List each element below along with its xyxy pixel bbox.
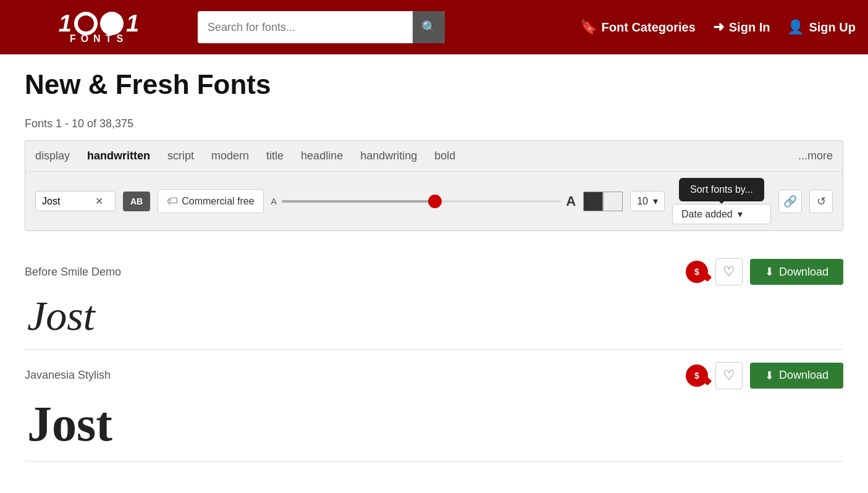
- download-label: Download: [779, 266, 828, 279]
- count-value: 10: [637, 196, 648, 207]
- filter-bar: display handwritten script modern title …: [25, 140, 843, 231]
- tab-headline[interactable]: headline: [301, 147, 343, 165]
- color-swatches: [583, 192, 623, 211]
- fonts-count: Fonts 1 - 10 of 38,375: [25, 117, 843, 130]
- sort-value: Date added: [681, 209, 733, 220]
- nav-items: 🔖 Font Categories ➜ Sign In 👤 Sign Up: [580, 19, 856, 35]
- size-range-input[interactable]: [282, 200, 561, 203]
- font-categories-label: Font Categories: [602, 20, 696, 35]
- tab-more[interactable]: ...more: [798, 147, 833, 165]
- sort-tooltip: Sort fonts by...: [679, 178, 764, 201]
- download-label: Download: [779, 369, 828, 382]
- search-bar: 🔍: [198, 11, 445, 43]
- price-icon: $: [694, 371, 699, 381]
- price-tag: $: [686, 261, 708, 283]
- sign-in-link[interactable]: ➜ Sign In: [713, 19, 770, 35]
- commercial-free-label: Commercial free: [182, 196, 254, 207]
- font-item: Before Smile Demo $ ♡ ⬇ Download Jost: [25, 246, 843, 350]
- font-list: Before Smile Demo $ ♡ ⬇ Download Jost: [25, 246, 843, 461]
- tab-bold[interactable]: bold: [434, 147, 455, 165]
- cf-icon: 🏷: [167, 195, 178, 208]
- slider-a-large: A: [566, 193, 576, 209]
- count-chevron-icon: ▾: [653, 195, 658, 207]
- reset-icon: ↺: [817, 195, 826, 208]
- tab-modern[interactable]: modern: [211, 147, 249, 165]
- preview-text: Jost: [27, 397, 112, 451]
- font-actions: $ ♡ ⬇ Download: [686, 258, 843, 285]
- sign-in-label: Sign In: [729, 20, 770, 35]
- heart-icon: ♡: [723, 368, 735, 384]
- font-name: Before Smile Demo: [25, 266, 121, 279]
- logo-bottom: FONTS: [70, 33, 128, 44]
- commercial-free-button[interactable]: 🏷 Commercial free: [158, 189, 263, 213]
- sort-dropdown[interactable]: Date added ▾: [672, 204, 771, 224]
- logo[interactable]: 1 1 FONTS: [12, 0, 185, 54]
- light-swatch[interactable]: [603, 192, 623, 211]
- link-button[interactable]: 🔗: [778, 190, 802, 213]
- font-categories-link[interactable]: 🔖 Font Categories: [580, 19, 696, 35]
- count-select[interactable]: 10 ▾: [630, 191, 665, 211]
- download-button[interactable]: ⬇ Download: [750, 363, 843, 389]
- logo-o2: [100, 12, 124, 35]
- tab-display[interactable]: display: [35, 147, 70, 165]
- link-icon: 🔗: [783, 195, 797, 208]
- download-icon: ⬇: [765, 369, 774, 382]
- sign-up-label: Sign Up: [809, 20, 856, 35]
- main-content: New & Fresh Fonts Fonts 1 - 10 of 38,375…: [0, 54, 868, 476]
- filter-controls: ✕ AB 🏷 Commercial free A A 10: [25, 172, 843, 230]
- font-item: Javanesia Stylish $ ♡ ⬇ Download Jost: [25, 350, 843, 461]
- download-icon: ⬇: [765, 265, 774, 279]
- price-icon: $: [694, 267, 699, 277]
- favorite-button[interactable]: ♡: [715, 258, 743, 285]
- preview-text: Jost: [27, 292, 95, 339]
- tab-title[interactable]: title: [266, 147, 284, 165]
- text-filter: ✕: [35, 191, 116, 211]
- download-button[interactable]: ⬇ Download: [750, 259, 843, 285]
- tab-handwriting[interactable]: handwriting: [360, 147, 417, 165]
- sign-up-link[interactable]: 👤 Sign Up: [787, 19, 856, 35]
- reset-button[interactable]: ↺: [809, 190, 833, 213]
- slider-a-small: A: [271, 196, 277, 206]
- search-input[interactable]: [198, 21, 413, 34]
- font-actions: $ ♡ ⬇ Download: [686, 362, 843, 389]
- dark-swatch[interactable]: [583, 192, 603, 211]
- sort-chevron-icon: ▾: [738, 208, 743, 220]
- sort-area: Sort fonts by... Date added ▾: [672, 178, 771, 224]
- heart-icon: ♡: [723, 264, 735, 280]
- search-button[interactable]: 🔍: [413, 11, 445, 43]
- font-preview: Jost: [25, 293, 843, 339]
- font-item-header: Before Smile Demo $ ♡ ⬇ Download: [25, 258, 843, 285]
- signup-icon: 👤: [787, 19, 804, 35]
- search-icon: 🔍: [421, 20, 437, 35]
- page-title: New & Fresh Fonts: [25, 69, 843, 100]
- font-preview: Jost: [25, 397, 843, 451]
- price-tag: $: [686, 364, 708, 387]
- signin-icon: ➜: [713, 19, 724, 35]
- logo-o1: [74, 12, 98, 35]
- header: 1 1 FONTS 🔍 🔖 Font Categories ➜ Sign In …: [0, 0, 868, 54]
- clear-text-button[interactable]: ✕: [95, 195, 103, 207]
- logo-digit-2: 1: [126, 11, 139, 37]
- tab-handwritten[interactable]: handwritten: [87, 147, 150, 165]
- ab-button[interactable]: AB: [123, 192, 150, 211]
- bookmark-icon: 🔖: [580, 19, 597, 35]
- size-slider: A A: [271, 193, 576, 209]
- font-item-header: Javanesia Stylish $ ♡ ⬇ Download: [25, 362, 843, 389]
- preview-text-input[interactable]: [42, 196, 91, 207]
- category-tabs: display handwritten script modern title …: [25, 141, 843, 172]
- font-name: Javanesia Stylish: [25, 369, 111, 382]
- tab-script[interactable]: script: [167, 147, 194, 165]
- favorite-button[interactable]: ♡: [715, 362, 743, 389]
